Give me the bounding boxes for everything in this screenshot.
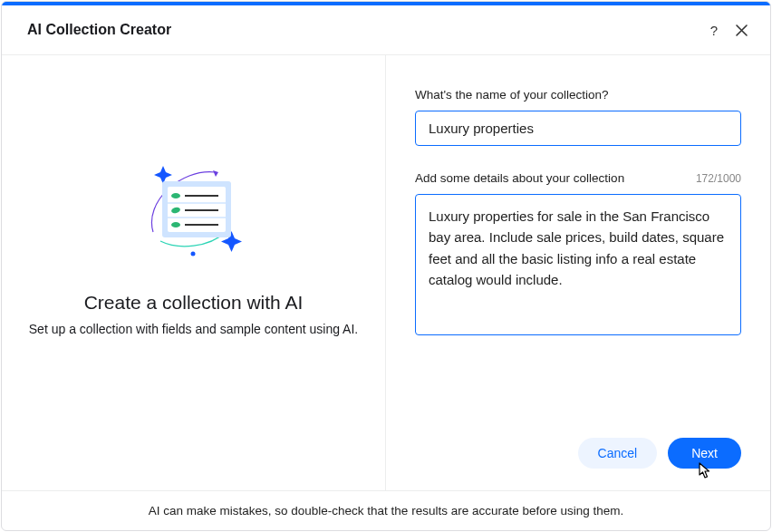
svg-point-3 (171, 193, 180, 198)
button-row: Cancel Next (415, 438, 741, 469)
left-panel-subtitle: Set up a collection with fields and samp… (29, 321, 358, 339)
close-icon[interactable] (735, 24, 748, 37)
help-icon[interactable]: ? (706, 23, 722, 38)
ai-collection-creator-modal: AI Collection Creator ? (1, 1, 771, 531)
details-label-row: Add some details about your collection 1… (415, 171, 741, 185)
modal-footer: AI can make mistakes, so double-check th… (2, 490, 770, 530)
modal-header: AI Collection Creator ? (2, 5, 770, 55)
right-panel: What's the name of your collection? Add … (386, 55, 770, 490)
collection-name-input[interactable] (415, 111, 741, 146)
collection-details-label: Add some details about your collection (415, 171, 624, 185)
character-counter: 172/1000 (696, 172, 741, 185)
collection-name-label: What's the name of your collection? (415, 88, 741, 102)
header-actions: ? (706, 23, 748, 38)
next-button[interactable]: Next (668, 438, 741, 469)
svg-point-0 (190, 252, 195, 256)
collection-illustration (135, 152, 253, 270)
left-panel-title: Create a collection with AI (84, 292, 304, 314)
svg-point-9 (171, 222, 180, 227)
modal-content: Create a collection with AI Set up a col… (2, 55, 770, 490)
modal-title: AI Collection Creator (27, 22, 171, 38)
cancel-button[interactable]: Cancel (578, 438, 658, 469)
collection-details-textarea[interactable] (415, 194, 741, 335)
disclaimer-text: AI can make mistakes, so double-check th… (149, 504, 624, 517)
left-panel: Create a collection with AI Set up a col… (2, 55, 386, 490)
